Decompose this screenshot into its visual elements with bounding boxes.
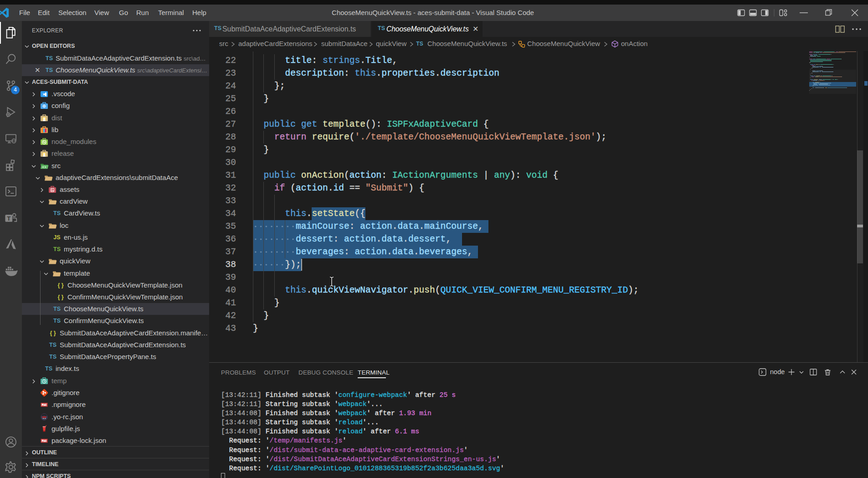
svg-text:T: T (7, 215, 10, 222)
